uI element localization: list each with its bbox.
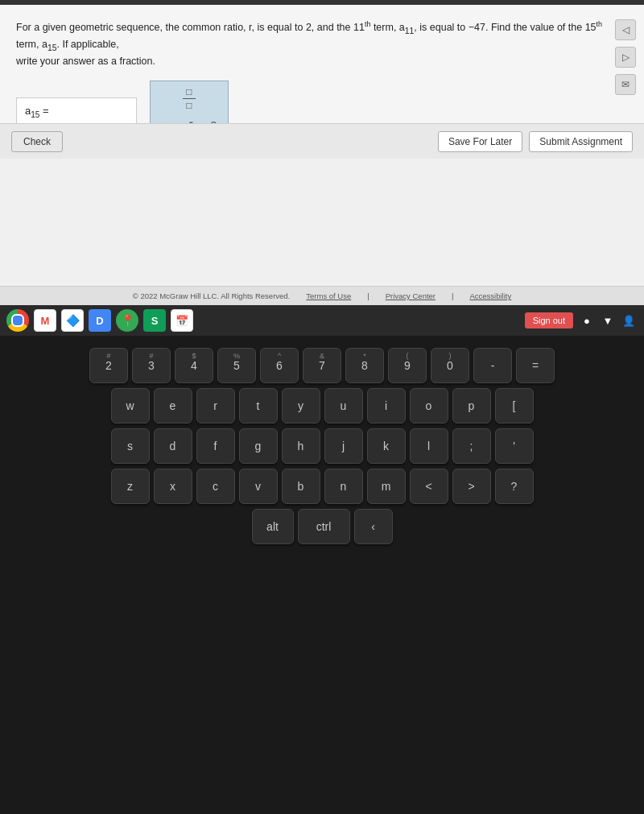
drive-icon[interactable]: 🔷 — [61, 309, 84, 332]
key-x[interactable]: x — [154, 469, 192, 504]
icon-btn-2[interactable]: ▷ — [615, 47, 636, 68]
keyboard-row-home: s d f g h j k l ; ' — [0, 428, 644, 464]
taskbar: M 🔷 D 📍 S 📅 Sign out ● ▼ 👤 — [0, 305, 644, 336]
right-toolbar-buttons: Save For Later Submit Assignment — [438, 131, 633, 152]
screen-area: For a given geometric sequence, the comm… — [0, 0, 644, 286]
key-o[interactable]: o — [410, 388, 448, 424]
key-r[interactable]: r — [196, 388, 235, 424]
footer-divider-2: | — [452, 291, 453, 300]
key-s[interactable]: s — [111, 428, 150, 464]
key-t[interactable]: t — [239, 388, 278, 424]
key-slash[interactable]: ? — [495, 469, 534, 504]
key-ctrl[interactable]: ctrl — [298, 509, 350, 544]
key-period[interactable]: > — [452, 469, 491, 504]
submit-assignment-button[interactable]: Submit Assignment — [529, 131, 633, 152]
key-dash[interactable]: - — [473, 348, 512, 383]
key-e[interactable]: e — [154, 388, 192, 424]
copyright-text: © 2022 McGraw Hill LLC. All Rights Reser… — [133, 291, 291, 300]
save-later-button[interactable]: Save For Later — [438, 131, 522, 152]
key-quote[interactable]: ' — [495, 428, 534, 464]
key-chevron[interactable]: ‹ — [354, 509, 393, 544]
footer-divider-1: | — [367, 291, 369, 300]
keyboard-row-bottom: z x c v b n m < > ? — [0, 469, 644, 504]
taskbar-icon-wifi[interactable]: ● — [578, 312, 596, 329]
key-open-bracket[interactable]: [ — [495, 388, 534, 424]
key-0[interactable]: )0 — [431, 348, 469, 383]
right-icons: ◁ ▷ ✉ — [615, 19, 636, 95]
key-6[interactable]: ^6 — [260, 348, 299, 383]
key-4[interactable]: $4 — [175, 348, 213, 383]
key-alt[interactable]: alt — [252, 509, 294, 544]
sign-out-button[interactable]: Sign out — [525, 312, 573, 328]
bottom-toolbar: Check Save For Later Submit Assignment — [0, 123, 644, 159]
key-y[interactable]: y — [282, 388, 320, 424]
taskbar-icon-arrow[interactable]: ▼ — [599, 312, 617, 329]
answer-label: a15 = — [25, 105, 49, 119]
chrome-icon[interactable] — [6, 309, 29, 332]
gmail-icon[interactable]: M — [34, 309, 56, 332]
calendar-icon[interactable]: 📅 — [171, 309, 193, 332]
key-5[interactable]: %5 — [217, 348, 256, 383]
key-9[interactable]: (9 — [388, 348, 427, 383]
key-2[interactable]: #2 — [89, 348, 128, 383]
key-n[interactable]: n — [324, 469, 363, 504]
key-z[interactable]: z — [111, 469, 150, 504]
key-l[interactable]: l — [410, 428, 448, 464]
taskbar-right-icons: ● ▼ 👤 — [578, 312, 638, 329]
fraction-denominator: □ — [183, 99, 196, 111]
key-w[interactable]: w — [111, 388, 150, 424]
key-semicolon[interactable]: ; — [452, 428, 491, 464]
problem-text: For a given geometric sequence, the comm… — [16, 19, 628, 69]
content-area: For a given geometric sequence, the comm… — [0, 5, 644, 159]
privacy-link[interactable]: Privacy Center — [386, 291, 436, 300]
key-7[interactable]: &7 — [303, 348, 341, 383]
taskbar-icon-user[interactable]: 👤 — [620, 312, 638, 329]
accessibility-link[interactable]: Accessibility — [469, 291, 511, 300]
footer-bar: © 2022 McGraw Hill LLC. All Rights Reser… — [0, 286, 644, 305]
key-f[interactable]: f — [196, 428, 235, 464]
key-j[interactable]: j — [324, 428, 363, 464]
key-d[interactable]: d — [154, 428, 192, 464]
key-b[interactable]: b — [282, 469, 320, 504]
icon-btn-1[interactable]: ◁ — [615, 19, 636, 40]
key-k[interactable]: k — [367, 428, 406, 464]
keyboard-row-modifiers: alt ctrl ‹ — [0, 509, 644, 544]
check-button[interactable]: Check — [11, 131, 63, 152]
key-m[interactable]: m — [367, 469, 406, 504]
key-8[interactable]: *8 — [345, 348, 384, 383]
key-g[interactable]: g — [239, 428, 278, 464]
terms-link[interactable]: Terms of Use — [306, 291, 351, 300]
key-c[interactable]: c — [196, 469, 235, 504]
key-v[interactable]: v — [239, 469, 278, 504]
key-i[interactable]: i — [367, 388, 406, 424]
key-u[interactable]: u — [324, 388, 363, 424]
keyboard-row-top: w e r t y u i o p [ — [0, 388, 644, 424]
key-p[interactable]: p — [452, 388, 491, 424]
keyboard-row-numbers: #2 #3 $4 %5 ^6 &7 *8 (9 )0 - = — [0, 348, 644, 383]
icon-btn-3[interactable]: ✉ — [615, 74, 636, 95]
answer-box-container: a15 = — [16, 97, 137, 126]
sheets-icon[interactable]: S — [143, 309, 166, 332]
key-equals[interactable]: = — [516, 348, 555, 383]
key-3[interactable]: #3 — [132, 348, 171, 383]
fraction-numerator: □ — [183, 86, 196, 99]
answer-input[interactable] — [54, 105, 102, 118]
keyboard-area: #2 #3 $4 %5 ^6 &7 *8 (9 )0 - = w e r t y… — [0, 336, 644, 814]
maps-icon[interactable]: 📍 — [116, 309, 138, 332]
docs-icon[interactable]: D — [89, 309, 111, 332]
key-comma[interactable]: < — [410, 469, 448, 504]
key-h[interactable]: h — [282, 428, 320, 464]
